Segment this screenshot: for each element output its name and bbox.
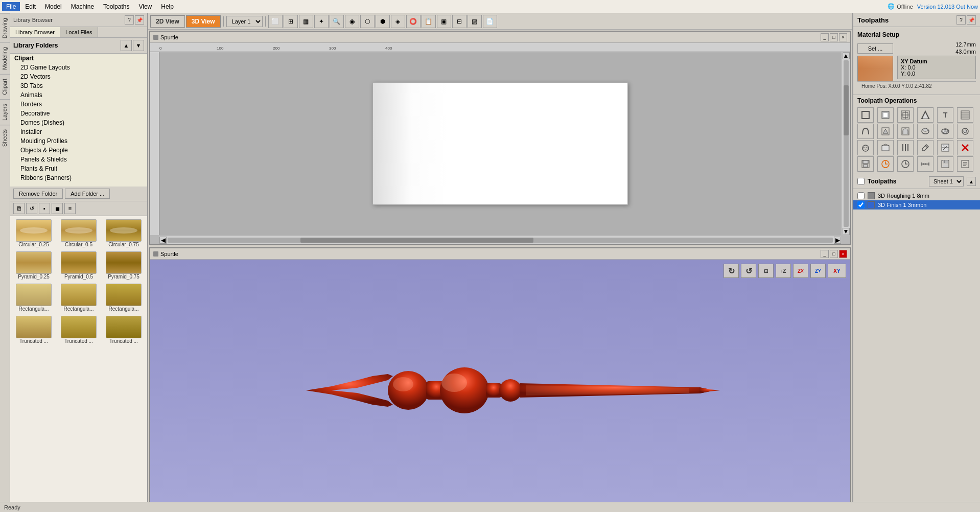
scroll-h-track[interactable]: ◀ ▶ (159, 235, 841, 244)
panel-3d-close-btn[interactable]: × (839, 250, 847, 258)
layer-select[interactable]: Layer 1 (226, 16, 263, 27)
tb-tool2-btn[interactable]: ⬢ (376, 15, 390, 28)
canvas-2d-content[interactable] (159, 52, 841, 235)
op-properties-btn[interactable] (957, 156, 973, 172)
thumb-list-view-btn[interactable]: ≡ (64, 203, 76, 214)
material-set-btn[interactable]: Set ... (857, 43, 893, 54)
thumb-rect-1[interactable]: Rectangula... (12, 283, 55, 313)
panel-2d-close-btn[interactable]: × (839, 33, 847, 41)
menu-edit[interactable]: Edit (21, 2, 40, 11)
tb-tool4-btn[interactable]: ⭕ (406, 15, 421, 28)
op-finish3d-btn[interactable] (937, 124, 953, 139)
thumb-pyramid-025[interactable]: Pyramid_0.25 (12, 250, 55, 281)
op-texture-btn[interactable] (957, 107, 973, 123)
v3d-x-axis-btn[interactable]: ZX (793, 264, 808, 278)
thumb-pyramid-075[interactable]: Pyramid_0.75 (102, 250, 145, 281)
version-link[interactable]: Version 12.013 Out Now (917, 4, 978, 10)
op-prism-btn[interactable] (877, 140, 894, 155)
tb-snap-btn[interactable]: ✦ (314, 15, 329, 28)
sheet-select[interactable]: Sheet 1 (929, 176, 964, 187)
tree-item-decorative[interactable]: Decorative (10, 109, 147, 118)
tree-item-panels[interactable]: Panels & Shields (10, 155, 147, 164)
thumb-trunc-2[interactable]: Truncated ... (57, 315, 100, 345)
op-recalculate-btn[interactable] (937, 140, 953, 155)
rp-pin-btn[interactable]: 📌 (967, 15, 976, 25)
scroll-v-down-btn[interactable]: ▼ (843, 228, 850, 235)
sidebar-item-clipart[interactable]: Clipart (0, 74, 10, 99)
v3d-redo-btn[interactable]: ↻ (724, 264, 739, 278)
thumb-large-view-btn[interactable]: ◼ (52, 203, 63, 214)
thumb-circular-025[interactable]: Circular_0.25 (12, 218, 55, 248)
scroll-v-track[interactable]: ▲ ▼ (841, 52, 850, 235)
panel-3d-restore-btn[interactable]: □ (830, 250, 838, 258)
view-2d-btn[interactable]: 2D View (150, 15, 185, 28)
tb-tool7-btn[interactable]: ⊟ (452, 15, 466, 28)
scroll-h-bar[interactable] (168, 238, 833, 243)
tb-tool9-btn[interactable]: 📄 (483, 15, 497, 28)
thumb-trunc-1[interactable]: Truncated ... (12, 315, 55, 345)
op-fluting-btn[interactable] (857, 124, 874, 139)
canvas-3d[interactable]: ↻ ↺ ⊡ ↓Z ZX ZY X Y (150, 260, 850, 511)
op-moulding-btn[interactable] (897, 124, 914, 139)
op-flutes2-btn[interactable] (897, 140, 914, 155)
op-measure-btn[interactable] (917, 156, 934, 172)
op-simulate-btn[interactable] (877, 156, 894, 172)
thumb-trunc-3[interactable]: Truncated ... (102, 315, 145, 345)
op-vcarve-btn[interactable] (917, 107, 934, 123)
thumb-rect-3[interactable]: Rectangula... (102, 283, 145, 313)
op-edit-btn[interactable] (917, 140, 934, 155)
remove-folder-btn[interactable]: Remove Folder (13, 189, 63, 199)
folder-up-btn[interactable]: ▲ (121, 40, 132, 51)
op-inlay-btn[interactable] (877, 124, 894, 139)
tree-item-domes[interactable]: Domes (Dishes) (10, 118, 147, 127)
sidebar-item-layers[interactable]: Layers (0, 99, 10, 125)
tb-fit-btn[interactable]: ⬜ (268, 15, 283, 28)
tree-item-borders[interactable]: Borders (10, 100, 147, 109)
tree-item-2d-vectors[interactable]: 2D Vectors (10, 72, 147, 81)
panel-pin-btn[interactable]: 📌 (135, 15, 144, 25)
toolpaths-all-checkbox[interactable] (857, 178, 865, 185)
tb-tool8-btn[interactable]: ▨ (468, 15, 482, 28)
menu-machine[interactable]: Machine (67, 2, 98, 11)
scroll-h-thumb[interactable] (300, 238, 533, 243)
tree-item-plants[interactable]: Plants & Fruit (10, 164, 147, 173)
panel-help-btn[interactable]: ? (125, 15, 134, 25)
tb-pan-btn[interactable]: ▦ (299, 15, 313, 28)
panel-3d-minimize-btn[interactable]: _ (821, 250, 829, 258)
op-text-btn[interactable]: T (937, 107, 953, 123)
v3d-undo-btn[interactable]: ↺ (741, 264, 756, 278)
op-save2-btn[interactable] (937, 156, 953, 172)
scroll-v-up-btn[interactable]: ▲ (843, 52, 850, 59)
thumb-small-view-btn[interactable]: ▪ (39, 203, 50, 214)
op-drill-btn[interactable] (897, 107, 914, 123)
tab-local-files[interactable]: Local Files (60, 27, 98, 37)
tp-up-btn[interactable]: ▲ (967, 177, 976, 186)
menu-toolpaths[interactable]: Toolpaths (99, 2, 133, 11)
tree-item-moulding[interactable]: Moulding Profiles (10, 136, 147, 146)
op-simulate2-btn[interactable] (897, 156, 914, 172)
tb-tool6-btn[interactable]: ▣ (437, 15, 451, 28)
tab-library-browser[interactable]: Library Browser (10, 27, 60, 37)
library-tree[interactable]: Clipart 2D Game Layouts 2D Vectors 3D Ta… (10, 54, 147, 187)
tree-item-objects[interactable]: Objects & People (10, 146, 147, 155)
tb-tool1-btn[interactable]: ⬡ (360, 15, 375, 28)
v3d-z-btn[interactable]: ↓Z (776, 264, 791, 278)
thumb-refresh-btn[interactable]: 🖹 (13, 203, 25, 214)
sidebar-item-modeling[interactable]: Modeling (0, 42, 10, 74)
op-laser-btn[interactable] (957, 124, 973, 139)
tp-item-roughing[interactable]: 3D Roughing 1 8mm (853, 191, 980, 200)
sidebar-item-sheets[interactable]: Sheets (0, 125, 10, 151)
scroll-h-left-btn[interactable]: ◀ (159, 237, 167, 244)
scroll-v-bar[interactable] (844, 60, 849, 227)
thumb-rect-2[interactable]: Rectangula... (57, 283, 100, 313)
menu-help[interactable]: Help (157, 2, 178, 11)
thumb-circular-075[interactable]: Circular_0.75 (102, 218, 145, 248)
thumb-pyramid-05[interactable]: Pyramid_0.5 (57, 250, 100, 281)
op-delete-btn[interactable] (957, 140, 973, 155)
tb-region-btn[interactable]: ◉ (345, 15, 359, 28)
tp-roughing-checkbox[interactable] (857, 192, 865, 199)
op-sphere-btn[interactable] (857, 140, 874, 155)
tb-tool5-btn[interactable]: 📋 (422, 15, 436, 28)
rp-help-btn[interactable]: ? (956, 15, 966, 25)
op-pocket-btn[interactable] (877, 107, 894, 123)
